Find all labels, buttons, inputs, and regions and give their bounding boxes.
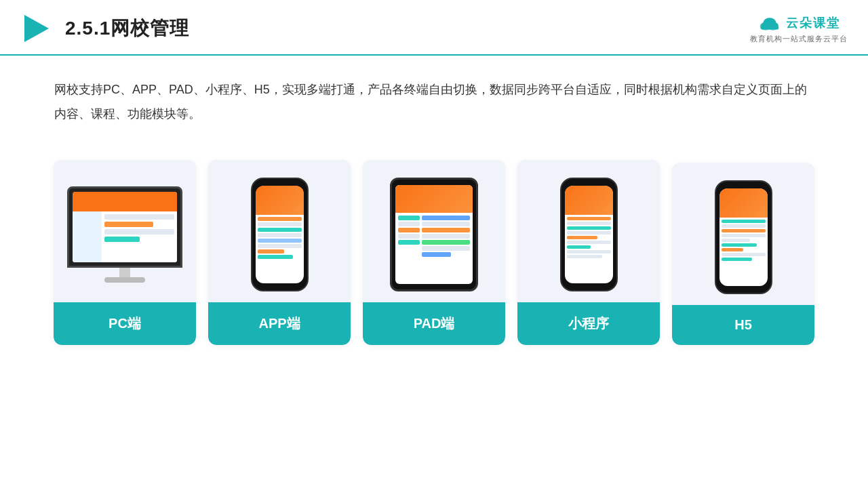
card-pad-image bbox=[363, 160, 505, 302]
cloud-icon bbox=[757, 14, 782, 33]
play-icon bbox=[20, 12, 53, 45]
card-pc-label: PC端 bbox=[54, 302, 196, 345]
phone-device-h5 bbox=[715, 180, 772, 294]
card-miniapp: 小程序 bbox=[517, 160, 660, 345]
tablet-device bbox=[390, 178, 478, 291]
logo-text: 云朵课堂 bbox=[786, 15, 840, 31]
card-app-image bbox=[208, 160, 351, 302]
page-header: 2.5.1网校管理 云朵课堂 教育机构一站式服务云平台 bbox=[0, 0, 868, 56]
logo-area: 云朵课堂 教育机构一站式服务云平台 bbox=[750, 14, 848, 44]
card-miniapp-image bbox=[517, 160, 660, 302]
cards-container: PC端 bbox=[0, 140, 868, 365]
phone-device-app bbox=[251, 178, 309, 291]
desc-content: 网校支持PC、APP、PAD、小程序、H5，实现多端打通，产品各终端自由切换，数… bbox=[54, 83, 807, 121]
card-pad-label: PAD端 bbox=[363, 302, 505, 345]
svg-rect-6 bbox=[761, 26, 778, 29]
card-app: APP端 bbox=[208, 160, 351, 345]
card-pc: PC端 bbox=[54, 160, 196, 345]
logo-cloud: 云朵课堂 bbox=[757, 14, 840, 33]
monitor-device bbox=[67, 186, 182, 283]
card-h5-label: H5 bbox=[672, 305, 814, 345]
logo-subtitle: 教育机构一站式服务云平台 bbox=[750, 34, 848, 44]
header-left: 2.5.1网校管理 bbox=[20, 12, 189, 45]
card-pad: PAD端 bbox=[363, 160, 505, 345]
card-pc-image bbox=[54, 160, 196, 302]
page-title: 2.5.1网校管理 bbox=[65, 16, 189, 41]
description-text: 网校支持PC、APP、PAD、小程序、H5，实现多端打通，产品各终端自由切换，数… bbox=[0, 56, 868, 133]
card-miniapp-label: 小程序 bbox=[517, 302, 660, 345]
svg-marker-0 bbox=[24, 15, 49, 42]
card-h5-image bbox=[672, 163, 814, 305]
card-app-label: APP端 bbox=[208, 302, 351, 345]
phone-device-miniapp bbox=[560, 178, 618, 291]
card-h5: H5 bbox=[672, 163, 814, 345]
